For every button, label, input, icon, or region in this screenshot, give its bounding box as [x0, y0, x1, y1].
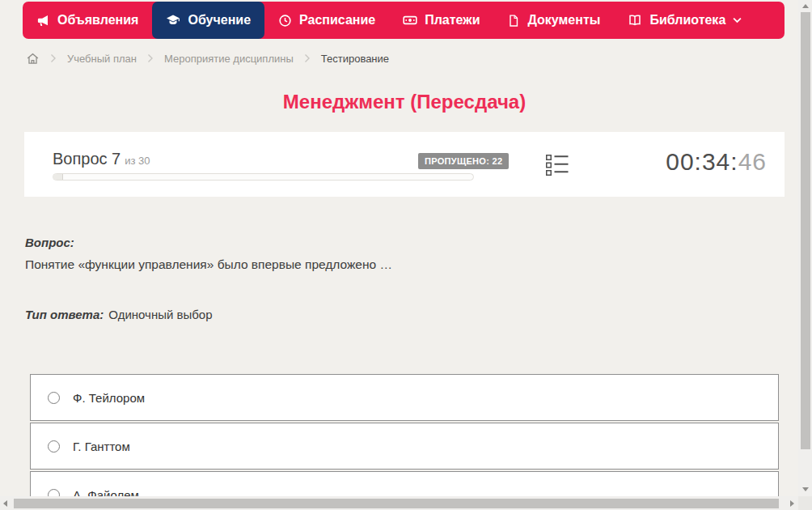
nav-item-payments[interactable]: Платежи	[389, 2, 493, 39]
timer: 00:34:46	[666, 148, 767, 176]
page-title: Менеджмент (Пересдача)	[0, 91, 798, 113]
timer-seconds: 46	[738, 148, 767, 175]
scrollbar-corner	[798, 496, 812, 510]
page-content: Объявления Обучение Расписание	[0, 0, 798, 496]
breadcrumb-item-testing: Тестирование	[321, 53, 389, 65]
question-header-card: Вопрос 7из 30 ПРОПУЩЕНО: 22 00:34:46	[24, 132, 785, 197]
nav-item-documents[interactable]: Документы	[493, 2, 614, 39]
nav-item-label: Документы	[527, 13, 600, 28]
answer-option-1[interactable]: Ф. Тейлором	[30, 374, 779, 421]
question-list-button[interactable]	[546, 155, 569, 179]
nav-item-announcements[interactable]: Объявления	[23, 2, 152, 39]
chevron-right-icon	[147, 53, 154, 63]
skipped-badge: ПРОПУЩЕНО: 22	[418, 153, 509, 169]
question-section: Вопрос: Понятие «функции управления» был…	[25, 236, 777, 321]
question-list-icon	[546, 155, 569, 176]
vertical-scrollbar[interactable]	[798, 0, 812, 496]
timer-minutes: 00:34:	[666, 148, 738, 175]
answer-text: Г. Ганттом	[73, 440, 130, 453]
horizontal-scrollbar-thumb[interactable]	[14, 499, 779, 508]
nav-item-label: Обучение	[188, 13, 251, 28]
scroll-up-arrow[interactable]	[802, 4, 809, 8]
scroll-down-arrow[interactable]	[802, 487, 809, 491]
test-page: Объявления Обучение Расписание	[0, 0, 812, 510]
scroll-right-arrow[interactable]	[790, 500, 794, 507]
chevron-right-icon	[304, 53, 311, 63]
progress-bar-fill	[53, 174, 63, 180]
nav-item-label: Расписание	[299, 13, 375, 28]
nav-item-schedule[interactable]: Расписание	[264, 2, 389, 39]
radio-button[interactable]	[48, 392, 60, 404]
question-number: Вопрос 7из 30	[53, 150, 150, 168]
chevron-right-icon	[50, 53, 57, 63]
answer-options: Ф. Тейлором Г. Ганттом А. Файолем	[30, 374, 779, 496]
breadcrumb: Учебный план Мероприятие дисциплины Тест…	[26, 49, 389, 67]
nav-item-label: Библиотека	[649, 13, 725, 28]
top-navigation: Объявления Обучение Расписание	[23, 2, 785, 39]
home-icon[interactable]	[26, 52, 40, 66]
question-total-label: из 30	[125, 155, 150, 167]
radio-button[interactable]	[48, 489, 60, 497]
horizontal-scrollbar[interactable]	[0, 496, 798, 510]
vertical-scrollbar-thumb[interactable]	[801, 12, 810, 449]
progress-bar	[53, 173, 474, 181]
breadcrumb-item-discipline-event[interactable]: Мероприятие дисциплины	[164, 53, 294, 65]
open-book-icon	[628, 13, 642, 28]
cash-icon	[403, 13, 417, 28]
answer-option-3[interactable]: А. Файолем	[30, 471, 779, 496]
question-text: Понятие «функции управления» было впервы…	[25, 257, 777, 272]
answer-option-2[interactable]: Г. Ганттом	[30, 423, 779, 470]
answer-text: Ф. Тейлором	[73, 391, 145, 405]
answer-text: А. Файолем	[73, 488, 139, 497]
answer-type-row: Тип ответа:Одиночный выбор	[25, 308, 777, 321]
document-icon	[507, 14, 520, 28]
breadcrumb-item-curriculum[interactable]: Учебный план	[67, 53, 137, 65]
question-number-label: Вопрос 7	[53, 150, 121, 168]
answer-type-label: Тип ответа:	[25, 308, 104, 321]
clock-icon	[278, 14, 292, 28]
megaphone-icon	[36, 14, 50, 28]
answer-type-value: Одиночный выбор	[108, 308, 212, 321]
nav-item-label: Объявления	[57, 13, 138, 28]
nav-item-learning[interactable]: Обучение	[152, 2, 264, 39]
nav-item-library[interactable]: Библиотека	[614, 2, 755, 39]
scroll-left-arrow[interactable]	[3, 500, 7, 507]
nav-item-label: Платежи	[425, 13, 480, 28]
radio-button[interactable]	[48, 440, 60, 453]
question-label: Вопрос:	[25, 236, 777, 249]
graduation-cap-icon	[166, 13, 180, 28]
chevron-down-icon	[733, 17, 742, 23]
